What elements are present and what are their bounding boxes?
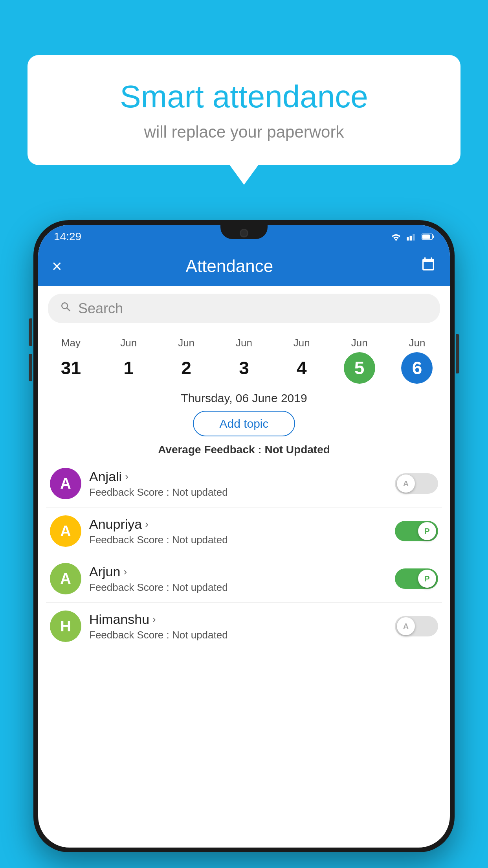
add-topic-label: Add topic	[219, 417, 268, 430]
power-button	[456, 334, 459, 373]
student-item-himanshu[interactable]: H Himanshu › Feedback Score : Not update…	[46, 603, 442, 650]
attendance-toggle-anupriya[interactable]: P	[395, 521, 438, 541]
selected-date-label: Thursday, 06 June 2019	[38, 392, 450, 405]
avg-feedback: Average Feedback : Not Updated	[38, 443, 450, 456]
bubble-subtitle: will replace your paperwork	[59, 123, 429, 142]
phone-frame: 14:29	[33, 220, 455, 852]
student-info-arjun: Arjun › Feedback Score : Not updated	[89, 564, 387, 594]
calendar-icon[interactable]	[420, 257, 436, 276]
toggle-knob-anjali: A	[397, 474, 415, 493]
student-item-anupriya[interactable]: A Anupriya › Feedback Score : Not update…	[46, 508, 442, 555]
feedback-label-himanshu: Feedback Score :	[89, 629, 172, 641]
chevron-icon-anupriya: ›	[145, 518, 149, 530]
attendance-toggle-arjun[interactable]: P	[395, 568, 438, 589]
svg-rect-1	[410, 236, 412, 241]
feedback-value-anupriya: Not updated	[172, 534, 228, 546]
student-item-anjali[interactable]: A Anjali › Feedback Score : Not updated …	[46, 460, 442, 508]
bubble-title: Smart attendance	[59, 79, 429, 115]
battery-icon	[422, 233, 434, 240]
search-placeholder: Search	[78, 300, 123, 317]
attendance-toggle-anjali[interactable]: A	[395, 473, 438, 494]
app-title: Attendance	[74, 256, 385, 276]
avatar-anjali: A	[50, 468, 81, 499]
student-info-anjali: Anjali › Feedback Score : Not updated	[89, 469, 387, 498]
student-name-himanshu: Himanshu	[89, 612, 149, 627]
app-bar: × Attendance	[38, 246, 450, 286]
phone-notch	[220, 225, 268, 239]
avatar-anupriya: A	[50, 515, 81, 547]
feedback-label-anjali: Feedback Score :	[89, 486, 172, 498]
speech-bubble: Smart attendance will replace your paper…	[28, 55, 460, 165]
student-name-anupriya: Anupriya	[89, 517, 142, 532]
avg-feedback-label: Average Feedback :	[158, 443, 262, 456]
volume-down-button	[29, 354, 32, 381]
calendar-day-0[interactable]: May 31	[51, 337, 90, 384]
avatar-himanshu: H	[50, 611, 81, 642]
student-name-anjali: Anjali	[89, 469, 122, 484]
svg-rect-2	[413, 234, 415, 241]
search-icon	[60, 301, 72, 316]
front-camera	[240, 229, 248, 237]
status-time: 14:29	[54, 230, 81, 243]
student-name-arjun: Arjun	[89, 564, 120, 579]
search-bar[interactable]: Search	[48, 294, 440, 323]
volume-up-button	[29, 318, 32, 346]
student-info-anupriya: Anupriya › Feedback Score : Not updated	[89, 517, 387, 546]
calendar-day-6[interactable]: Jun 6	[397, 337, 437, 384]
feedback-label-arjun: Feedback Score :	[89, 581, 172, 593]
calendar-day-2[interactable]: Jun 2	[167, 337, 206, 384]
speech-bubble-container: Smart attendance will replace your paper…	[28, 55, 460, 165]
calendar-day-1[interactable]: Jun 1	[109, 337, 148, 384]
status-icons	[390, 232, 434, 241]
chevron-icon-anjali: ›	[125, 471, 128, 483]
wifi-icon	[390, 232, 402, 241]
calendar-strip: May 31 Jun 1 Jun 2 Jun 3 Jun 4	[38, 331, 450, 384]
toggle-knob-himanshu: A	[397, 617, 415, 635]
toggle-knob-arjun: P	[418, 570, 436, 588]
svg-rect-5	[433, 235, 434, 238]
attendance-toggle-himanshu[interactable]: A	[395, 616, 438, 636]
feedback-value-himanshu: Not updated	[172, 629, 228, 641]
calendar-day-3[interactable]: Jun 3	[224, 337, 264, 384]
chevron-icon-himanshu: ›	[152, 613, 156, 625]
student-info-himanshu: Himanshu › Feedback Score : Not updated	[89, 612, 387, 641]
feedback-value-anjali: Not updated	[172, 486, 228, 498]
avatar-arjun: A	[50, 563, 81, 594]
avg-feedback-value: Not Updated	[264, 443, 330, 456]
add-topic-button[interactable]: Add topic	[193, 411, 295, 436]
calendar-day-4[interactable]: Jun 4	[282, 337, 321, 384]
feedback-value-arjun: Not updated	[172, 581, 228, 593]
phone-screen: 14:29	[38, 225, 450, 848]
svg-rect-0	[407, 237, 409, 241]
student-item-arjun[interactable]: A Arjun › Feedback Score : Not updated P	[46, 555, 442, 603]
toggle-knob-anupriya: P	[418, 522, 436, 540]
close-button[interactable]: ×	[52, 256, 62, 276]
signal-icon	[407, 232, 417, 241]
svg-rect-4	[422, 235, 430, 239]
chevron-icon-arjun: ›	[123, 566, 127, 578]
feedback-label-anupriya: Feedback Score :	[89, 534, 172, 546]
student-list: A Anjali › Feedback Score : Not updated …	[38, 460, 450, 650]
calendar-day-5[interactable]: Jun 5	[340, 337, 379, 384]
